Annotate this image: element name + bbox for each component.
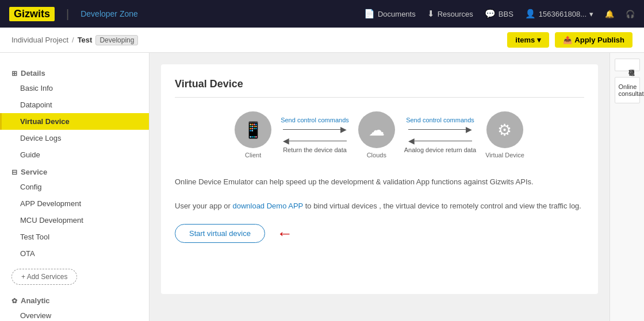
virtual-device-description-2: User your app or download Demo APP to bi… [175, 200, 584, 212]
apply-publish-button[interactable]: 📤 Apply Publish [555, 32, 632, 48]
items-button[interactable]: items ▾ [507, 32, 549, 48]
sidebar-item-virtual-device[interactable]: Virtual Device [0, 113, 149, 130]
start-virtual-device-button[interactable]: Start virtual device [175, 224, 265, 243]
documents-icon: 📄 [364, 9, 375, 19]
sidebar-section-details: ⊞ Details [0, 64, 149, 80]
arrows-group-2: Send control commands ▶ ◀ Analog device … [395, 117, 485, 153]
arrow-left-icon-2: ◀ [408, 136, 415, 145]
page-title: Virtual Device [175, 78, 584, 98]
start-area: Start virtual device ← [175, 224, 584, 243]
sidebar-item-ota[interactable]: OTA [0, 245, 149, 262]
return-label-2: Analog device return data [404, 146, 476, 153]
nav-headset[interactable]: 🎧 [626, 10, 635, 18]
online-label: Online [619, 83, 637, 90]
cmd-label-2: Send control commands [406, 117, 474, 123]
sidebar-item-device-logs[interactable]: Device Logs [0, 130, 149, 146]
sidebar-item-datapoint[interactable]: Datapoint [0, 96, 149, 113]
cmd-label-1: Send control commands [281, 117, 349, 123]
virtual-device-description: Online Device Emulator can help speed up… [175, 176, 584, 188]
breadcrumb: Individual Project / Test Developing [12, 35, 138, 45]
publish-box-icon: 📤 [563, 36, 572, 44]
virtual-device-label: Virtual Device [485, 152, 524, 158]
nav-bbs-label: BBS [499, 10, 513, 18]
breadcrumb-parent[interactable]: Individual Project [12, 36, 68, 44]
items-chevron-icon: ▾ [537, 36, 541, 44]
right-panel: 项目登记 Online consultation [610, 53, 644, 321]
online-consultation-panel[interactable]: Online consultation [615, 77, 640, 103]
return-label-1: Return the device data [283, 146, 347, 153]
nav-user[interactable]: 👤 1563661808... ▾ [525, 9, 593, 19]
download-demo-link[interactable]: download Demo APP [232, 202, 303, 210]
sidebar-item-guide[interactable]: Guide [0, 146, 149, 163]
sidebar-section-analytic: ✿ Analytic [0, 292, 149, 307]
content-card: Virtual Device 📱 Client Send control com… [161, 64, 598, 294]
nav-bbs[interactable]: 💬 BBS [485, 9, 513, 19]
arrows-group-1: Send control commands ▶ ◀ Return the dev… [271, 117, 358, 153]
clouds-circle: ☁ [358, 111, 395, 148]
breadcrumb-separator: / [72, 36, 74, 44]
nav-resources[interactable]: ⬇ Resources [427, 9, 473, 19]
items-label: items [515, 36, 535, 44]
bbs-icon: 💬 [485, 9, 496, 19]
headset-icon: 🎧 [626, 10, 635, 18]
sidebar-item-app-development[interactable]: APP Development [0, 195, 149, 212]
client-circle: 📱 [235, 111, 271, 148]
red-arrow-indicator: ← [277, 225, 293, 243]
clouds-label: Clouds [367, 152, 386, 158]
sidebar: ⊞ Details Basic Info Datapoint Virtual D… [0, 53, 150, 321]
bell-icon: 🔔 [605, 10, 614, 18]
breadcrumb-bar: Individual Project / Test Developing ite… [0, 28, 644, 53]
nav-documents[interactable]: 📄 Documents [364, 9, 416, 19]
sidebar-item-mcu-development[interactable]: MCU Development [0, 212, 149, 229]
clouds-node: ☁ Clouds [358, 111, 395, 158]
virtual-device-circle: ⚙ [486, 111, 523, 148]
chevron-down-icon: ▾ [589, 10, 593, 18]
sidebar-item-overview[interactable]: Overview [0, 307, 149, 321]
developer-zone-label: Developer Zone [80, 9, 138, 18]
publish-label: Apply Publish [574, 36, 624, 44]
top-navigation: Gizwits | Developer Zone 📄 Documents ⬇ R… [0, 0, 644, 28]
content-area: Virtual Device 📱 Client Send control com… [150, 53, 610, 321]
sidebar-section-service: ⊟ Service [0, 163, 149, 179]
analytic-icon: ✿ [12, 297, 17, 305]
service-icon: ⊟ [12, 168, 17, 176]
project-register-panel[interactable]: 项目登记 [615, 59, 640, 71]
virtual-device-node: ⚙ Virtual Device [485, 111, 524, 158]
consultation-label: consultation [619, 90, 645, 97]
logo: Gizwits [9, 7, 55, 21]
client-label: Client [245, 152, 261, 158]
details-grid-icon: ⊞ [12, 69, 17, 78]
virtual-device-diagram: 📱 Client Send control commands ▶ ◀ Retur… [175, 111, 584, 158]
sidebar-item-config[interactable]: Config [0, 179, 149, 195]
nav-bell[interactable]: 🔔 [605, 10, 614, 18]
desc-prefix: User your app or [175, 202, 232, 210]
nav-divider: | [66, 7, 69, 21]
sidebar-item-basic-info[interactable]: Basic Info [0, 80, 149, 96]
nav-documents-label: Documents [378, 10, 416, 18]
main-layout: ⊞ Details Basic Info Datapoint Virtual D… [0, 53, 644, 321]
status-badge: Developing [95, 35, 138, 45]
sidebar-item-test-tool[interactable]: Test Tool [0, 229, 149, 245]
resources-icon: ⬇ [427, 9, 435, 19]
desc-line1: Online Device Emulator can help speed up… [175, 177, 534, 186]
add-services-button[interactable]: + Add Services [12, 269, 77, 285]
arrow-left-icon-1: ◀ [283, 136, 289, 145]
client-node: 📱 Client [235, 111, 271, 158]
breadcrumb-current: Test [78, 36, 93, 44]
breadcrumb-actions: items ▾ 📤 Apply Publish [507, 32, 632, 48]
user-icon: 👤 [525, 9, 536, 19]
nav-user-label: 1563661808... [539, 10, 586, 18]
arrow-right-icon-2: ▶ [466, 125, 472, 134]
arrow-right-icon-1: ▶ [340, 125, 347, 134]
nav-resources-label: Resources [438, 10, 473, 18]
desc-suffix: to bind virtual devices , the virtual de… [303, 202, 581, 210]
